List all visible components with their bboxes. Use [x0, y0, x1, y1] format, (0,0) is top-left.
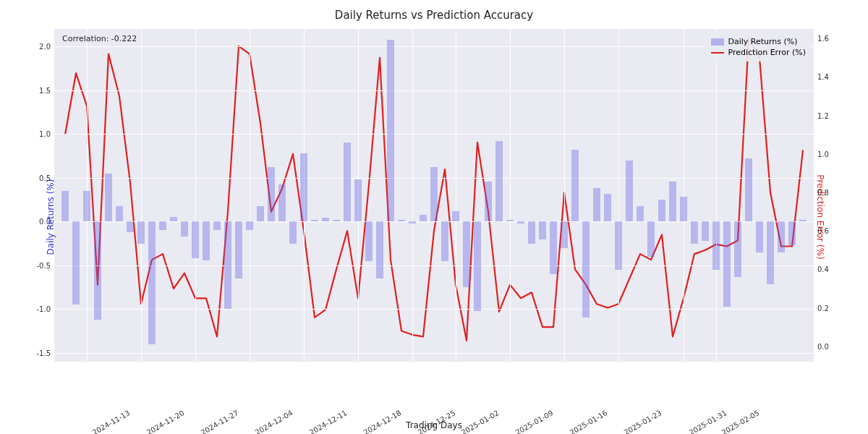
- bar: [311, 220, 319, 221]
- bar: [506, 220, 514, 221]
- bar: [354, 179, 362, 221]
- bar: [333, 220, 341, 221]
- bar: [159, 221, 167, 230]
- bar: [224, 221, 232, 309]
- ytick-left: -0.5: [22, 261, 51, 269]
- gridline-v: [195, 29, 196, 362]
- gridline-h: [54, 90, 814, 91]
- bar: [170, 217, 178, 221]
- chart-figure: Daily Returns vs Prediction Accuracy Dai…: [0, 0, 868, 434]
- gridline-v: [618, 29, 619, 362]
- chart-title: Daily Returns vs Prediction Accuracy: [0, 9, 868, 22]
- gridline-v: [456, 29, 456, 362]
- bar: [528, 221, 536, 243]
- bar: [94, 221, 102, 320]
- legend-swatch-bar-icon: [711, 38, 724, 46]
- bar: [745, 158, 753, 221]
- bar: [550, 221, 558, 274]
- bar: [626, 161, 634, 222]
- bar: [680, 197, 688, 221]
- bar: [105, 174, 113, 222]
- bar: [203, 221, 210, 260]
- gridline-v: [564, 29, 565, 362]
- gridline-v: [412, 29, 413, 362]
- bar: [192, 221, 200, 258]
- legend-entry-bar: Daily Returns (%): [711, 37, 807, 46]
- bar: [257, 206, 265, 222]
- bar: [474, 221, 482, 310]
- ytick-left: 2.0: [22, 43, 51, 51]
- ytick-right: 1.0: [817, 150, 846, 158]
- bar: [441, 221, 449, 260]
- bar: [778, 221, 786, 252]
- bar: [637, 206, 644, 222]
- bar: [463, 221, 471, 287]
- gridline-v: [141, 29, 142, 362]
- bar: [387, 40, 395, 222]
- bar: [691, 221, 699, 243]
- gridline-h: [54, 221, 814, 222]
- gridline-v: [510, 29, 511, 362]
- bar: [344, 142, 352, 221]
- bar: [127, 221, 135, 232]
- bar: [83, 191, 91, 221]
- bar: [799, 220, 807, 221]
- gridline-v: [716, 29, 717, 362]
- bar: [593, 188, 601, 221]
- legend-line-label: Prediction Error (%): [728, 48, 807, 57]
- ytick-right: 0.0: [817, 342, 846, 350]
- bar: [756, 221, 764, 252]
- ytick-right: 0.2: [817, 304, 846, 312]
- ytick-right: 0.4: [817, 265, 846, 273]
- bar: [409, 221, 417, 223]
- bar: [322, 218, 330, 221]
- bar: [246, 221, 254, 230]
- bar: [289, 221, 297, 243]
- bar: [398, 220, 406, 221]
- bar: [137, 221, 145, 243]
- bar: [702, 221, 710, 241]
- bar: [767, 221, 775, 284]
- bar: [539, 221, 547, 239]
- legend: Daily Returns (%) Prediction Error (%): [707, 33, 811, 61]
- gridline-h: [54, 309, 814, 310]
- ytick-left: 1.0: [22, 130, 51, 138]
- bar: [788, 221, 796, 245]
- bar: [517, 221, 525, 223]
- bar: [72, 221, 80, 305]
- bar: [61, 191, 69, 221]
- ytick-right: 1.4: [817, 73, 846, 81]
- bar: [571, 150, 579, 221]
- bar: [278, 184, 286, 221]
- bar: [712, 221, 720, 270]
- gridline-h: [54, 265, 814, 266]
- ytick-left: -1.5: [22, 349, 51, 357]
- bar: [561, 221, 569, 247]
- bar: [365, 221, 373, 260]
- legend-swatch-line-icon: [711, 52, 724, 54]
- gridline-v: [684, 29, 684, 362]
- bar: [615, 221, 623, 270]
- bar: [268, 167, 276, 221]
- bar: [647, 221, 655, 256]
- bar: [213, 221, 221, 230]
- bar: [300, 153, 308, 221]
- bar: [604, 194, 612, 222]
- plot-area: [54, 29, 814, 362]
- gridline-h: [54, 134, 814, 135]
- ytick-left: 0.0: [22, 218, 51, 226]
- bar: [723, 221, 731, 306]
- bar: [420, 215, 427, 222]
- gridline-v: [250, 29, 250, 362]
- bar: [116, 206, 124, 222]
- legend-entry-line: Prediction Error (%): [711, 48, 807, 57]
- bar: [235, 221, 243, 278]
- gridline-h: [54, 46, 814, 47]
- ytick-right: 0.6: [817, 227, 846, 235]
- ytick-left: 1.5: [22, 86, 51, 94]
- ytick-left: 0.5: [22, 174, 51, 182]
- y-axis-label-right: Prediction Error (%): [814, 174, 825, 259]
- ytick-right: 1.6: [817, 35, 846, 43]
- bar: [485, 182, 493, 222]
- bar: [669, 182, 677, 222]
